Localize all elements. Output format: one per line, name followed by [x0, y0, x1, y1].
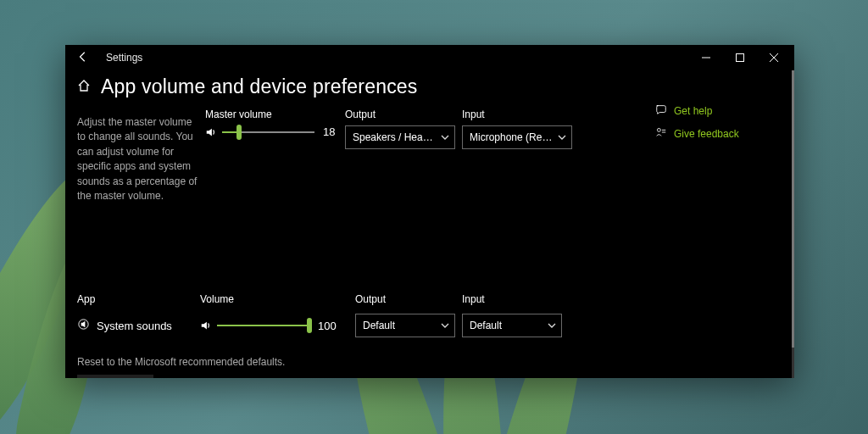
column-input: Input: [462, 293, 562, 305]
page-description: Adjust the master volume to change all s…: [77, 108, 205, 203]
content-area: Get help Give feedback Adjust the master…: [65, 103, 794, 378]
chevron-down-icon: [558, 133, 566, 142]
master-volume-slider[interactable]: [222, 126, 314, 138]
reset-hint: Reset to the Microsoft recommended defau…: [77, 356, 782, 368]
app-volume-slider[interactable]: [217, 320, 309, 331]
column-output: Output: [355, 293, 455, 305]
master-volume-section: Master volume 18: [205, 108, 345, 138]
titlebar: Settings: [65, 45, 794, 70]
scrollbar-thumb[interactable]: [792, 70, 794, 348]
give-feedback-link[interactable]: Give feedback: [655, 126, 782, 141]
chevron-down-icon: [441, 321, 449, 331]
settings-window: Settings App volume and device preferenc…: [65, 45, 794, 378]
page-title: App volume and device preferences: [101, 75, 418, 98]
help-icon: [655, 103, 667, 118]
master-volume-label: Master volume: [205, 108, 345, 120]
speaker-icon[interactable]: [205, 126, 217, 138]
column-app: App: [77, 293, 200, 305]
minimize-button[interactable]: [689, 45, 723, 70]
app-volume-value: 100: [318, 320, 340, 332]
app-header-row: App Volume Output Input: [77, 293, 782, 310]
svg-point-2: [657, 128, 660, 131]
app-name-label: System sounds: [97, 320, 172, 332]
vertical-scrollbar[interactable]: [792, 70, 794, 378]
master-volume-value: 18: [323, 125, 345, 138]
app-row: System sounds 100: [77, 314, 782, 337]
app-name: Settings: [106, 52, 142, 64]
app-input-select[interactable]: Default: [462, 314, 562, 337]
master-input-value: Microphone (Realte...: [470, 131, 554, 143]
master-input-section: Input Microphone (Realte...: [462, 108, 572, 149]
app-output-select[interactable]: Default: [355, 314, 455, 337]
get-help-label: Get help: [674, 105, 712, 117]
maximize-button[interactable]: [723, 45, 757, 70]
back-button[interactable]: [75, 51, 91, 65]
output-label: Output: [345, 108, 455, 120]
reset-button[interactable]: Reset: [77, 375, 153, 378]
app-input-value: Default: [470, 320, 502, 331]
master-output-value: Speakers / Headpho...: [353, 131, 437, 143]
chevron-down-icon: [441, 133, 449, 142]
app-output-value: Default: [363, 320, 395, 331]
app-system-sounds: System sounds: [77, 318, 200, 333]
input-label: Input: [462, 108, 572, 120]
master-output-section: Output Speakers / Headpho...: [345, 108, 455, 149]
reset-area: Reset to the Microsoft recommended defau…: [77, 356, 782, 378]
master-output-select[interactable]: Speakers / Headpho...: [345, 125, 455, 149]
sound-scheme-icon: [77, 318, 90, 333]
svg-rect-1: [737, 54, 744, 62]
speaker-icon[interactable]: [200, 320, 212, 331]
page-header: App volume and device preferences: [65, 70, 794, 103]
help-column: Get help Give feedback: [655, 103, 782, 149]
get-help-link[interactable]: Get help: [655, 103, 782, 118]
home-icon[interactable]: [77, 79, 91, 95]
close-button[interactable]: [757, 45, 791, 70]
give-feedback-label: Give feedback: [674, 128, 739, 140]
master-input-select[interactable]: Microphone (Realte...: [462, 125, 572, 149]
column-volume: Volume: [200, 293, 340, 305]
feedback-icon: [655, 126, 667, 141]
chevron-down-icon: [548, 321, 556, 331]
